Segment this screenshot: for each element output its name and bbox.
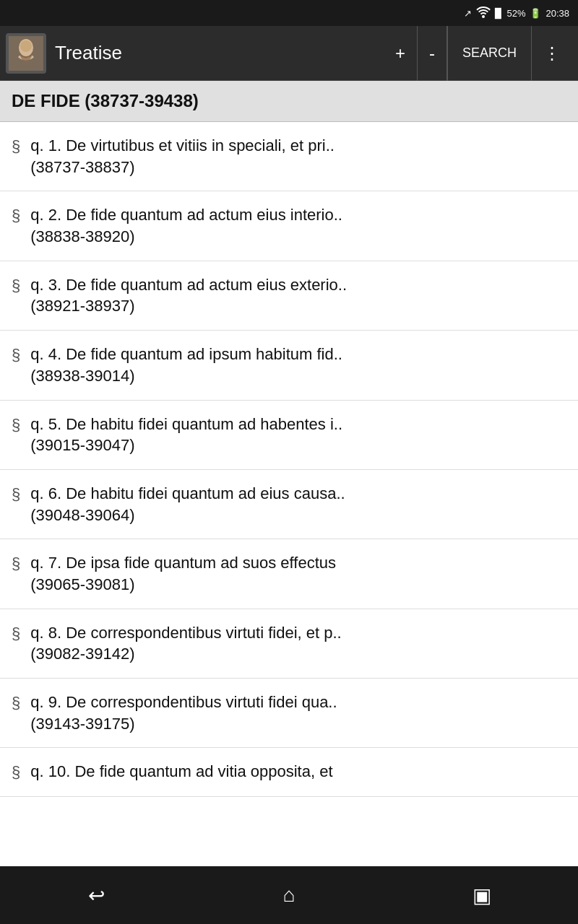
list-item[interactable]: §q. 7. De ipsa fide quantum ad suos effe… bbox=[0, 539, 578, 609]
clock: 20:38 bbox=[545, 8, 569, 19]
list-container: §q. 1. De virtutibus et vitiis in specia… bbox=[0, 122, 578, 866]
list-item[interactable]: §q. 9. De correspondentibus virtuti fide… bbox=[0, 679, 578, 748]
list-item-text: q. 8. De correspondentibus virtuti fidei… bbox=[30, 622, 566, 665]
list-item[interactable]: §q. 4. De fide quantum ad ipsum habitum … bbox=[0, 331, 578, 400]
list-item-title: q. 4. De fide quantum ad ipsum habitum f… bbox=[30, 344, 566, 365]
list-item-range: (39143-39175) bbox=[30, 713, 566, 735]
minus-button[interactable]: - bbox=[417, 26, 447, 81]
list-item[interactable]: §q. 1. De virtutibus et vitiis in specia… bbox=[0, 122, 578, 191]
list-item-title: q. 1. De virtutibus et vitiis in special… bbox=[30, 135, 566, 157]
status-bar: ↗ ▉ 52% 🔋 20:38 bbox=[0, 0, 578, 26]
list-item-range: (38737-38837) bbox=[30, 157, 566, 178]
section-symbol: § bbox=[12, 484, 20, 505]
list-item[interactable]: §q. 3. De fide quantum ad actum eius ext… bbox=[0, 261, 578, 331]
list-item[interactable]: §q. 2. De fide quantum ad actum eius int… bbox=[0, 191, 578, 261]
section-symbol: § bbox=[12, 345, 20, 366]
list-item[interactable]: §q. 8. De correspondentibus virtuti fide… bbox=[0, 609, 578, 679]
list-item-text: q. 6. De habitu fidei quantum ad eius ca… bbox=[30, 483, 566, 526]
list-item-range: (38921-38937) bbox=[30, 295, 566, 317]
battery-level: 52% bbox=[506, 8, 525, 19]
add-button[interactable]: + bbox=[384, 26, 417, 81]
section-title: DE FIDE (38737-39438) bbox=[12, 91, 199, 110]
list-item-text: q. 9. De correspondentibus virtuti fidei… bbox=[30, 692, 566, 734]
list-item-text: q. 7. De ipsa fide quantum ad suos effec… bbox=[30, 552, 566, 595]
list-item-range: (38938-39014) bbox=[30, 365, 566, 387]
wifi-icon bbox=[476, 6, 491, 20]
app-title: Treatise bbox=[55, 42, 384, 64]
list-item-range: (39065-39081) bbox=[30, 574, 566, 596]
recents-button[interactable]: ▣ bbox=[385, 866, 578, 924]
list-item-text: q. 4. De fide quantum ad ipsum habitum f… bbox=[30, 344, 566, 386]
list-item-text: q. 10. De fide quantum ad vitia opposita… bbox=[30, 761, 566, 783]
list-item-title: q. 8. De correspondentibus virtuti fidei… bbox=[30, 622, 566, 644]
list-item-title: q. 9. De correspondentibus virtuti fidei… bbox=[30, 692, 566, 713]
section-symbol: § bbox=[12, 415, 20, 436]
list-item-range: (39082-39142) bbox=[30, 643, 566, 665]
list-item[interactable]: §q. 10. De fide quantum ad vitia opposit… bbox=[0, 748, 578, 797]
app-logo bbox=[6, 33, 46, 74]
app-bar: Treatise + - SEARCH ⋮ bbox=[0, 26, 578, 81]
overflow-menu-button[interactable]: ⋮ bbox=[532, 26, 572, 81]
section-symbol: § bbox=[12, 206, 20, 227]
list-item-range: (38838-38920) bbox=[30, 226, 566, 248]
svg-point-2 bbox=[20, 40, 32, 52]
section-symbol: § bbox=[12, 693, 20, 714]
back-button[interactable]: ↩ bbox=[0, 866, 193, 924]
section-symbol: § bbox=[12, 136, 20, 157]
section-symbol: § bbox=[12, 762, 20, 783]
search-button[interactable]: SEARCH bbox=[447, 26, 532, 81]
bottom-nav: ↩ ⌂ ▣ bbox=[0, 866, 578, 924]
section-symbol: § bbox=[12, 554, 20, 575]
list-item-text: q. 3. De fide quantum ad actum eius exte… bbox=[30, 274, 566, 317]
signal-icon: ↗ bbox=[464, 8, 472, 19]
list-item-text: q. 1. De virtutibus et vitiis in special… bbox=[30, 135, 566, 178]
list-item[interactable]: §q. 5. De habitu fidei quantum ad habent… bbox=[0, 401, 578, 470]
list-item-range: (39015-39047) bbox=[30, 435, 566, 456]
section-symbol: § bbox=[12, 624, 20, 645]
status-icons: ↗ ▉ 52% 🔋 20:38 bbox=[464, 6, 569, 20]
section-symbol: § bbox=[12, 276, 20, 297]
list-item-title: q. 7. De ipsa fide quantum ad suos effec… bbox=[30, 552, 566, 574]
list-item-title: q. 2. De fide quantum ad actum eius inte… bbox=[30, 204, 566, 226]
list-item-text: q. 2. De fide quantum ad actum eius inte… bbox=[30, 204, 566, 247]
list-item-text: q. 5. De habitu fidei quantum ad habente… bbox=[30, 414, 566, 456]
list-item-title: q. 10. De fide quantum ad vitia opposita… bbox=[30, 761, 566, 783]
signal-bars-icon: ▉ bbox=[495, 8, 502, 19]
list-item-range: (39048-39064) bbox=[30, 505, 566, 526]
list-item-title: q. 6. De habitu fidei quantum ad eius ca… bbox=[30, 483, 566, 505]
home-button[interactable]: ⌂ bbox=[193, 866, 386, 924]
list-item-title: q. 3. De fide quantum ad actum eius exte… bbox=[30, 274, 566, 296]
list-item-title: q. 5. De habitu fidei quantum ad habente… bbox=[30, 414, 566, 435]
battery-icon: 🔋 bbox=[530, 8, 541, 19]
list-item[interactable]: §q. 6. De habitu fidei quantum ad eius c… bbox=[0, 470, 578, 539]
section-header: DE FIDE (38737-39438) bbox=[0, 81, 578, 122]
